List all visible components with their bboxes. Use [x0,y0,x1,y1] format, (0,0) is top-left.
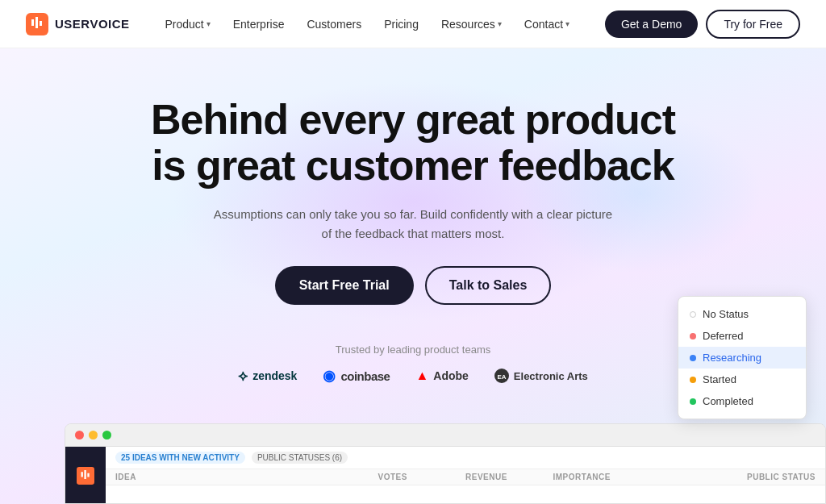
zendesk-icon: ⟡ [238,368,248,385]
start-trial-button[interactable]: Start Free Trial [275,266,414,305]
chevron-down-icon: ▾ [565,19,569,28]
nav-resources[interactable]: Resources ▾ [432,13,511,35]
nav-product[interactable]: Product ▾ [155,13,219,35]
status-no-status[interactable]: No Status [678,303,806,325]
try-free-button[interactable]: Try for Free [706,10,800,39]
status-completed[interactable]: Completed [678,390,806,412]
logo-text: USERVOICE [55,17,130,31]
trusted-section: Trusted by leading product teams ⟡ zende… [151,344,675,385]
col-status: PUBLIC STATUS [640,473,816,481]
activity-tag[interactable]: 25 IDEAS WITH NEW ACTIVITY [115,452,245,464]
window-close-dot [75,431,84,439]
status-researching[interactable]: Researching [678,347,806,369]
window-content: 25 IDEAS WITH NEW ACTIVITY PUBLIC STATUS… [106,447,825,503]
trusted-logos: ⟡ zendesk ◉ coinbase ▲ Adobe EA Electro [151,367,675,385]
talk-to-sales-button[interactable]: Talk to Sales [425,266,552,305]
logo-ea: EA Electronic Arts [494,369,588,383]
app-preview: 25 IDEAS WITH NEW ACTIVITY PUBLIC STATUS… [65,423,826,504]
window-maximize-dot [102,431,111,439]
col-idea: IDEA [115,473,378,481]
status-dot-completed [690,398,696,405]
nav-links: Product ▾ Enterprise Customers Pricing R… [155,13,579,35]
chevron-down-icon: ▾ [498,19,502,28]
svg-text:EA: EA [497,373,506,381]
logo-adobe: ▲ Adobe [415,369,468,383]
status-dot-researching [690,355,696,361]
hero-section: Behind every great product is great cust… [0,48,826,504]
status-tag[interactable]: PUBLIC STATUSES (6) [252,452,348,464]
hero-subtitle: Assumptions can only take you so far. Bu… [211,205,615,244]
col-revenue: REVENUE [465,473,553,481]
hero-title: Behind every great product is great cust… [151,97,675,189]
nav-actions: Get a Demo Try for Free [605,10,800,39]
logo-icon [26,13,48,35]
get-demo-button[interactable]: Get a Demo [605,10,698,38]
trusted-label: Trusted by leading product teams [151,344,675,356]
nav-enterprise[interactable]: Enterprise [223,13,294,35]
nav-customers[interactable]: Customers [297,13,371,35]
col-importance: IMPORTANCE [553,473,641,481]
window-minimize-dot [89,431,98,439]
window-sidebar [65,447,106,504]
logo-coinbase: ◉ coinbase [323,367,390,385]
ea-icon: EA [494,369,509,383]
table-header: IDEA VOTES REVENUE IMPORTANCE PUBLIC STA… [106,469,825,485]
nav-pricing[interactable]: Pricing [374,13,428,35]
status-dot-none [690,311,696,318]
logo-zendesk: ⟡ zendesk [238,368,297,385]
hero-buttons: Start Free Trial Talk to Sales [151,266,675,305]
status-dot-deferred [690,333,696,339]
logo[interactable]: USERVOICE [26,13,130,35]
status-deferred[interactable]: Deferred [678,325,806,347]
navbar: USERVOICE Product ▾ Enterprise Customers… [0,0,826,48]
uservoice-sidebar-icon [77,467,94,485]
chevron-down-icon: ▾ [206,19,211,28]
status-started[interactable]: Started [678,369,806,390]
nav-contact[interactable]: Contact ▾ [515,13,579,35]
window-titlebar [65,424,825,447]
hero-content: Behind every great product is great cust… [151,48,675,385]
col-votes: VOTES [378,473,466,481]
adobe-icon: ▲ [415,369,428,383]
status-dropdown: No Status Deferred Researching Started C… [678,296,807,419]
window-toolbar: 25 IDEAS WITH NEW ACTIVITY PUBLIC STATUS… [106,447,825,469]
app-window: 25 IDEAS WITH NEW ACTIVITY PUBLIC STATUS… [65,423,826,504]
coinbase-icon: ◉ [323,367,336,385]
status-dot-started [690,377,696,383]
